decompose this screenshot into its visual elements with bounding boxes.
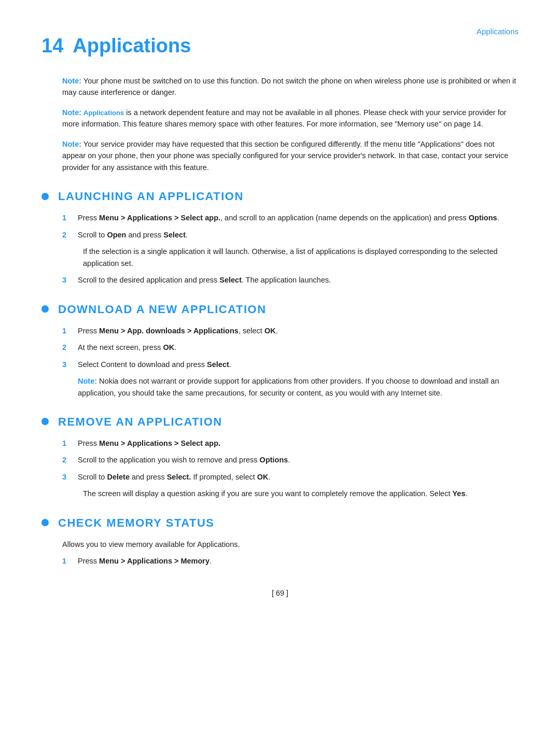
bullet-dot-memory bbox=[41, 519, 49, 526]
step-remove-3: 3 Scroll to Delete and press Select. If … bbox=[62, 471, 519, 483]
note-1: Note: Your phone must be switched on to … bbox=[62, 75, 519, 98]
step-rm-num-3: 3 bbox=[62, 471, 74, 483]
step-dl-num-3: 3 bbox=[62, 359, 74, 370]
step-dl-num-2: 2 bbox=[62, 342, 74, 353]
step-text-3: Scroll to the desired application and pr… bbox=[78, 274, 519, 286]
note-3-label: Note: bbox=[62, 140, 81, 148]
download-note-label: Note: bbox=[78, 377, 97, 385]
bullet-dot-download bbox=[41, 305, 49, 313]
launching-indent-text: If the selection is a single application… bbox=[83, 246, 519, 269]
step-download-1: 1 Press Menu > App. downloads > Applicat… bbox=[62, 325, 519, 336]
page: Applications 14Applications Note: Your p… bbox=[0, 0, 560, 732]
page-footer: [ 69 ] bbox=[41, 588, 519, 599]
header-breadcrumb: Applications bbox=[477, 26, 519, 38]
step-remove-1: 1 Press Menu > Applications > Select app… bbox=[62, 438, 519, 449]
step-num-3: 3 bbox=[62, 274, 74, 286]
step-num-1: 1 bbox=[62, 212, 74, 223]
step-mem-num-1: 1 bbox=[62, 555, 74, 567]
step-launching-1: 1 Press Menu > Applications > Select app… bbox=[62, 212, 519, 223]
section-memory-header: CHECK MEMORY STATUS bbox=[41, 514, 519, 531]
step-memory-1: 1 Press Menu > Applications > Memory. bbox=[62, 555, 519, 567]
step-text-1: Press Menu > Applications > Select app.,… bbox=[78, 212, 519, 223]
step-rm-text-1: Press Menu > Applications > Select app. bbox=[78, 438, 519, 449]
step-download-3: 3 Select Content to download and press S… bbox=[62, 359, 519, 370]
note-2: Note: Applications is a network dependen… bbox=[62, 107, 519, 130]
step-rm-text-3: Scroll to Delete and press Select. If pr… bbox=[78, 471, 519, 483]
step-mem-text-1: Press Menu > Applications > Memory. bbox=[78, 555, 519, 567]
step-download-2: 2 At the next screen, press OK. bbox=[62, 342, 519, 353]
section-launching-header: LAUNCHING AN APPLICATION bbox=[41, 188, 519, 205]
note-2-text: is a network dependent feature and may n… bbox=[62, 108, 507, 128]
note-1-label: Note: bbox=[62, 77, 81, 85]
bullet-dot-remove bbox=[41, 418, 49, 425]
step-rm-text-2: Scroll to the application you wish to re… bbox=[78, 454, 519, 466]
section-remove-header: REMOVE AN APPLICATION bbox=[41, 413, 519, 430]
step-rm-num-2: 2 bbox=[62, 454, 74, 466]
note-1-text: Your phone must be switched on to use th… bbox=[62, 77, 516, 96]
step-dl-text-2: At the next screen, press OK. bbox=[78, 342, 519, 353]
section-memory-title: CHECK MEMORY STATUS bbox=[58, 514, 214, 531]
step-text-2: Scroll to Open and press Select. bbox=[78, 229, 519, 241]
step-rm-num-1: 1 bbox=[62, 438, 74, 449]
step-dl-num-1: 1 bbox=[62, 325, 74, 336]
chapter-title-text: Applications bbox=[73, 35, 191, 57]
section-remove-title: REMOVE AN APPLICATION bbox=[58, 413, 222, 430]
section-launching: LAUNCHING AN APPLICATION 1 Press Menu > … bbox=[41, 188, 519, 286]
step-num-2: 2 bbox=[62, 229, 74, 241]
step-dl-text-1: Press Menu > App. downloads > Applicatio… bbox=[78, 325, 519, 336]
note-2-inline: Applications bbox=[83, 109, 124, 117]
step-launching-2: 2 Scroll to Open and press Select. bbox=[62, 229, 519, 241]
memory-description: Allows you to view memory available for … bbox=[62, 539, 519, 550]
section-remove: REMOVE AN APPLICATION 1 Press Menu > App… bbox=[41, 413, 519, 500]
bullet-dot-launching bbox=[41, 193, 49, 200]
note-3: Note: Your service provider may have req… bbox=[62, 138, 519, 173]
memory-steps: 1 Press Menu > Applications > Memory. bbox=[62, 555, 519, 567]
step-dl-text-3: Select Content to download and press Sel… bbox=[78, 359, 519, 370]
chapter-title: 14Applications bbox=[41, 31, 519, 61]
download-steps: 1 Press Menu > App. downloads > Applicat… bbox=[62, 325, 519, 399]
note-2-label: Note: bbox=[62, 108, 81, 117]
remove-steps: 1 Press Menu > Applications > Select app… bbox=[62, 438, 519, 500]
step-launching-3: 3 Scroll to the desired application and … bbox=[62, 274, 519, 286]
section-download-header: DOWNLOAD A NEW APPLICATION bbox=[41, 301, 519, 318]
step-remove-2: 2 Scroll to the application you wish to … bbox=[62, 454, 519, 466]
download-note: Note: Nokia does not warrant or provide … bbox=[78, 375, 519, 399]
section-memory: CHECK MEMORY STATUS Allows you to view m… bbox=[41, 514, 519, 567]
launching-steps: 1 Press Menu > Applications > Select app… bbox=[62, 212, 519, 286]
section-download: DOWNLOAD A NEW APPLICATION 1 Press Menu … bbox=[41, 301, 519, 399]
section-download-title: DOWNLOAD A NEW APPLICATION bbox=[58, 301, 267, 318]
remove-indent-text: The screen will display a question askin… bbox=[83, 488, 519, 499]
chapter-number: 14 bbox=[41, 35, 63, 57]
section-launching-title: LAUNCHING AN APPLICATION bbox=[58, 188, 244, 205]
page-number: [ 69 ] bbox=[272, 589, 288, 597]
download-note-text: Nokia does not warrant or provide suppor… bbox=[78, 377, 499, 397]
note-3-text: Your service provider may have requested… bbox=[62, 140, 508, 172]
